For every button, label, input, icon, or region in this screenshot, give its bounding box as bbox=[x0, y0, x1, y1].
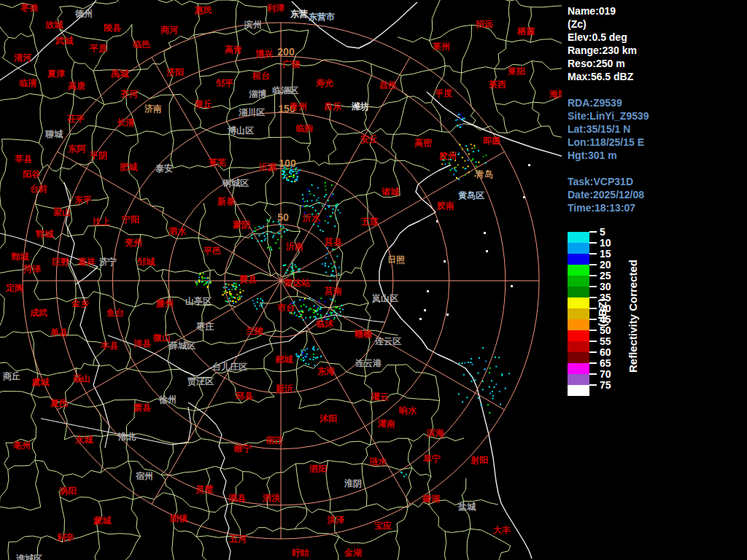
radar-echo bbox=[264, 236, 266, 237]
county-boundary bbox=[307, 508, 330, 513]
county-boundary bbox=[229, 134, 233, 168]
radar-echo bbox=[294, 179, 295, 181]
radar-echo bbox=[266, 233, 268, 235]
map-label: 博兴 bbox=[255, 49, 273, 59]
radar-echo bbox=[324, 301, 325, 303]
legend-swatch bbox=[568, 276, 589, 287]
county-boundary bbox=[339, 537, 363, 544]
radar-echo bbox=[311, 200, 313, 201]
radar-echo bbox=[332, 212, 333, 214]
radar-echo bbox=[301, 350, 302, 351]
legend-swatch bbox=[568, 298, 589, 308]
radar-echo bbox=[489, 393, 491, 394]
map-label: 莱阳 bbox=[507, 66, 525, 77]
radar-echo bbox=[233, 284, 234, 286]
color-scale-legend: 51015202530354045505560657075 bbox=[568, 232, 589, 396]
radar-echo bbox=[330, 216, 332, 217]
radar-echo bbox=[255, 228, 256, 229]
radar-echo bbox=[325, 272, 327, 273]
radar-echo bbox=[340, 315, 341, 316]
radar-echo bbox=[257, 298, 258, 300]
county-boundary bbox=[269, 137, 311, 144]
county-boundary bbox=[532, 61, 562, 74]
radar-echo bbox=[333, 193, 334, 195]
radar-echo bbox=[462, 149, 463, 150]
map-label: 青州 bbox=[289, 101, 307, 112]
map-label: 射阳 bbox=[471, 455, 488, 465]
county-boundary bbox=[461, 73, 471, 106]
radar-echo bbox=[227, 292, 228, 293]
map-label: 利辛 bbox=[56, 532, 74, 542]
radar-echo bbox=[290, 266, 292, 268]
radar-echo bbox=[312, 207, 314, 209]
map-label: 临淄区 bbox=[272, 85, 298, 96]
county-boundary bbox=[371, 63, 401, 75]
map-label: 睢宁 bbox=[234, 443, 252, 454]
radar-echo bbox=[227, 301, 228, 303]
radar-echo bbox=[328, 266, 329, 268]
radar-echo bbox=[340, 311, 341, 313]
map-label: 阳谷 bbox=[23, 169, 40, 179]
radar-echo bbox=[333, 209, 334, 210]
radar-echo bbox=[335, 307, 336, 308]
map-label: 临朐 bbox=[295, 123, 313, 133]
radar-echo bbox=[482, 347, 484, 349]
county-boundary bbox=[268, 228, 300, 234]
county-boundary bbox=[133, 493, 174, 499]
county-boundary bbox=[462, 478, 466, 501]
county-boundary bbox=[330, 506, 366, 512]
radar-echo bbox=[263, 225, 264, 227]
map-label: 淮阴 bbox=[344, 478, 362, 489]
radar-echo bbox=[313, 299, 314, 300]
county-boundary bbox=[0, 308, 4, 338]
county-boundary bbox=[70, 125, 96, 134]
map-label: 东海 bbox=[317, 366, 335, 376]
radar-echo bbox=[262, 300, 263, 301]
radar-echo bbox=[286, 179, 287, 181]
map-label: 枣强 bbox=[20, 3, 38, 13]
radar-echo bbox=[301, 306, 302, 307]
county-boundary bbox=[239, 1, 267, 7]
county-boundary bbox=[541, 126, 562, 138]
county-boundary bbox=[307, 144, 310, 162]
radar-echo bbox=[267, 247, 268, 249]
radar-echo bbox=[296, 171, 298, 173]
radar-echo bbox=[333, 276, 335, 277]
county-boundary bbox=[296, 370, 301, 409]
county-boundary bbox=[161, 469, 206, 475]
radar-echo bbox=[454, 167, 455, 168]
radar-echo bbox=[293, 174, 295, 176]
radar-echo bbox=[231, 284, 233, 286]
county-boundary bbox=[236, 1, 239, 31]
radar-echo bbox=[472, 158, 473, 160]
radar-echo bbox=[335, 300, 336, 302]
radar-echo bbox=[256, 308, 258, 310]
radar-echo bbox=[338, 273, 339, 274]
radar-echo bbox=[230, 295, 231, 296]
radar-echo bbox=[285, 272, 287, 273]
county-boundary bbox=[128, 461, 134, 499]
radar-map-display[interactable]: 50100150200枣强德州利津东营东营市惠民招远栖霞故城陵县商河滨州武城临邑… bbox=[0, 0, 562, 560]
map-label: 淄博 bbox=[249, 89, 267, 99]
radar-echo bbox=[464, 160, 465, 162]
radar-echo bbox=[271, 249, 272, 250]
radar-echo bbox=[303, 357, 304, 359]
county-boundary bbox=[34, 34, 39, 76]
radar-echo bbox=[339, 212, 341, 214]
radar-echo bbox=[325, 265, 326, 267]
radar-echo bbox=[224, 292, 225, 294]
radar-echo bbox=[333, 319, 335, 320]
county-boundary bbox=[264, 368, 296, 372]
radar-echo bbox=[296, 173, 298, 174]
radar-echo bbox=[198, 276, 200, 278]
radar-echo bbox=[203, 273, 204, 274]
map-label: 寿光 bbox=[315, 78, 333, 88]
map-label: 固镇 bbox=[170, 513, 187, 524]
legend-value: 5 bbox=[600, 226, 605, 238]
radar-echo bbox=[267, 220, 268, 222]
radar-echo bbox=[468, 166, 469, 167]
radar-echo bbox=[316, 311, 317, 313]
radar-echo bbox=[320, 230, 321, 231]
radar-echo bbox=[236, 294, 238, 295]
map-label: 德州 bbox=[74, 9, 93, 19]
